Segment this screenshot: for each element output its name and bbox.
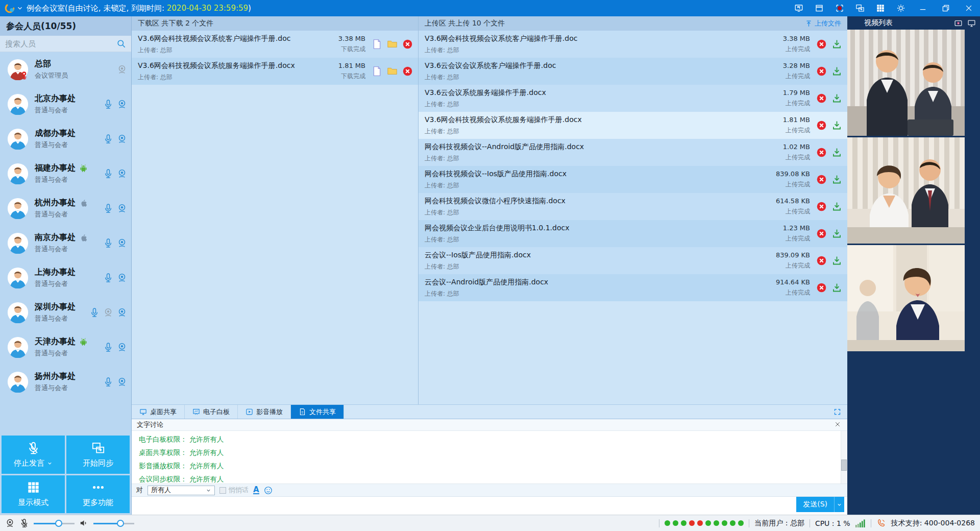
emoji-icon[interactable] bbox=[264, 486, 273, 495]
upload-file-row[interactable]: 网会科技视频会议微信小程序快速指南.docx 上传者: 总部 614.58 KB… bbox=[419, 193, 847, 220]
download-file-icon[interactable] bbox=[831, 228, 842, 239]
minimize-button[interactable] bbox=[911, 0, 934, 16]
camera-off-icon[interactable] bbox=[117, 64, 127, 75]
sync-screens-button[interactable] bbox=[850, 0, 870, 16]
camera-icon[interactable] bbox=[117, 203, 127, 213]
download-file-row[interactable]: V3.6网会科技视频会议系统客户端操作手册.doc 上传者: 总部 3.38 M… bbox=[132, 31, 418, 58]
camera-icon[interactable] bbox=[117, 168, 127, 179]
participant-row[interactable]: 扬州办事处 普通与会者 bbox=[0, 365, 131, 399]
camera-icon[interactable] bbox=[117, 307, 127, 318]
settings-button[interactable] bbox=[891, 0, 911, 16]
delete-file-icon[interactable] bbox=[816, 39, 827, 50]
video-thumbnail[interactable] bbox=[847, 137, 965, 244]
restore-button[interactable] bbox=[934, 0, 957, 16]
delete-file-icon[interactable] bbox=[816, 228, 827, 239]
delete-file-icon[interactable] bbox=[816, 255, 827, 266]
upload-file-row[interactable]: V3.6云会议会议系统客户端操作手册.doc 上传者: 总部 3.28 MB 上… bbox=[419, 58, 847, 85]
chat-close-button[interactable] bbox=[834, 421, 842, 429]
microphone-icon[interactable] bbox=[89, 307, 100, 318]
more-functions-button[interactable]: 更多功能 bbox=[66, 475, 130, 514]
tab-media-play[interactable]: 影音播放 bbox=[238, 405, 291, 419]
download-file-icon[interactable] bbox=[831, 39, 842, 50]
search-icon[interactable] bbox=[116, 39, 126, 49]
participant-row[interactable]: 上海办事处 普通与会者 bbox=[0, 260, 131, 295]
microphone-icon[interactable] bbox=[103, 203, 113, 213]
download-file-icon[interactable] bbox=[831, 282, 842, 293]
microphone-icon[interactable] bbox=[103, 168, 113, 179]
camera-icon[interactable] bbox=[117, 238, 127, 248]
microphone-icon[interactable] bbox=[103, 342, 113, 352]
speaker-volume-slider[interactable] bbox=[93, 520, 134, 527]
delete-file-icon[interactable] bbox=[816, 174, 827, 185]
upload-file-row[interactable]: 云会议--Android版产品使用指南.docx 上传者: 总部 914.64 … bbox=[419, 274, 847, 301]
speaker-icon[interactable] bbox=[79, 518, 89, 528]
participant-row[interactable]: 南京办事处 普通与会者 bbox=[0, 226, 131, 260]
microphone-icon[interactable] bbox=[103, 99, 113, 109]
upload-file-row[interactable]: 网会视频会议企业后台使用说明书1.0.1.docx 上传者: 总部 1.23 M… bbox=[419, 220, 847, 247]
camera-icon[interactable] bbox=[117, 342, 127, 352]
chat-scrollbar[interactable] bbox=[841, 431, 847, 484]
font-settings-icon[interactable]: A bbox=[253, 486, 259, 494]
record-button[interactable] bbox=[829, 0, 850, 16]
video-thumbnail[interactable] bbox=[847, 245, 965, 351]
expand-panel-button[interactable] bbox=[827, 405, 847, 419]
layout-grid-button[interactable] bbox=[870, 0, 891, 16]
microphone-volume-slider[interactable] bbox=[34, 520, 75, 527]
slider-thumb[interactable] bbox=[117, 520, 124, 527]
participant-row[interactable]: 福建办事处 普通与会者 bbox=[0, 156, 131, 191]
download-file-icon[interactable] bbox=[831, 93, 842, 104]
upload-file-button[interactable]: 上传文件 bbox=[805, 19, 841, 28]
download-file-icon[interactable] bbox=[831, 120, 842, 131]
screen-share-button[interactable] bbox=[789, 0, 809, 16]
participant-row[interactable]: 成都办事处 普通与会者 bbox=[0, 122, 131, 156]
delete-file-icon[interactable] bbox=[816, 93, 827, 104]
download-file-row[interactable]: V3.6网会科技视频会议系统服务端操作手册.docx 上传者: 总部 1.81 … bbox=[132, 58, 418, 85]
camera-off-icon[interactable] bbox=[103, 307, 113, 318]
download-file-icon[interactable] bbox=[831, 255, 842, 266]
download-file-icon[interactable] bbox=[831, 174, 842, 185]
video-thumbnail[interactable] bbox=[847, 30, 965, 136]
delete-file-icon[interactable] bbox=[816, 282, 827, 293]
whisper-checkbox[interactable]: 悄悄话 bbox=[219, 486, 249, 495]
delete-file-icon[interactable] bbox=[816, 66, 827, 77]
send-options-button[interactable] bbox=[834, 497, 844, 512]
delete-file-icon[interactable] bbox=[816, 120, 827, 131]
microphone-icon[interactable] bbox=[103, 134, 113, 144]
slider-thumb[interactable] bbox=[55, 520, 62, 527]
monitor-view-icon[interactable] bbox=[967, 19, 976, 28]
upload-file-row[interactable]: 网会科技视频会议--Ios版产品使用指南.docx 上传者: 总部 839.08… bbox=[419, 166, 847, 193]
send-button[interactable]: 发送(S) bbox=[796, 497, 834, 512]
camera-icon[interactable] bbox=[117, 273, 127, 283]
close-button[interactable] bbox=[957, 0, 980, 16]
webcam-status-icon[interactable] bbox=[5, 518, 15, 528]
upload-file-row[interactable]: 网会科技视频会议--Android版产品使用指南.docx 上传者: 总部 1.… bbox=[419, 139, 847, 166]
upload-file-row[interactable]: 云会议--Ios版产品使用指南.docx 上传者: 总部 839.09 KB 上… bbox=[419, 247, 847, 274]
camera-icon[interactable] bbox=[117, 99, 127, 109]
delete-file-icon[interactable] bbox=[816, 201, 827, 212]
microphone-icon[interactable] bbox=[103, 377, 113, 387]
open-file-icon[interactable] bbox=[372, 66, 382, 77]
download-file-icon[interactable] bbox=[831, 66, 842, 77]
tab-whiteboard[interactable]: 电子白板 bbox=[185, 405, 238, 419]
participant-row[interactable]: 深圳办事处 普通与会者 bbox=[0, 295, 131, 330]
delete-file-icon[interactable] bbox=[402, 39, 413, 50]
chat-input-area[interactable]: 发送(S) bbox=[132, 497, 847, 515]
participant-row[interactable]: 杭州办事处 普通与会者 bbox=[0, 191, 131, 226]
start-sync-button[interactable]: 开始同步 bbox=[66, 436, 130, 474]
camera-icon[interactable] bbox=[117, 377, 127, 387]
recipient-select[interactable]: 所有人 bbox=[148, 486, 215, 495]
display-mode-button[interactable]: 显示模式 bbox=[2, 475, 65, 514]
delete-file-icon[interactable] bbox=[816, 147, 827, 158]
scrollbar-thumb[interactable] bbox=[841, 460, 847, 471]
participant-row[interactable]: 北京办事处 普通与会者 bbox=[0, 87, 131, 122]
menu-chevron-icon[interactable] bbox=[16, 5, 23, 12]
window-mode-button[interactable] bbox=[809, 0, 829, 16]
open-file-icon[interactable] bbox=[372, 39, 382, 50]
camera-view-icon[interactable] bbox=[954, 19, 963, 28]
camera-icon[interactable] bbox=[117, 134, 127, 144]
download-file-icon[interactable] bbox=[831, 201, 842, 212]
microphone-icon[interactable] bbox=[103, 238, 113, 248]
upload-file-row[interactable]: V3.6云会议系统服务端操作手册.docx 上传者: 总部 1.79 MB 上传… bbox=[419, 85, 847, 112]
download-file-icon[interactable] bbox=[831, 147, 842, 158]
open-folder-icon[interactable] bbox=[387, 66, 398, 77]
